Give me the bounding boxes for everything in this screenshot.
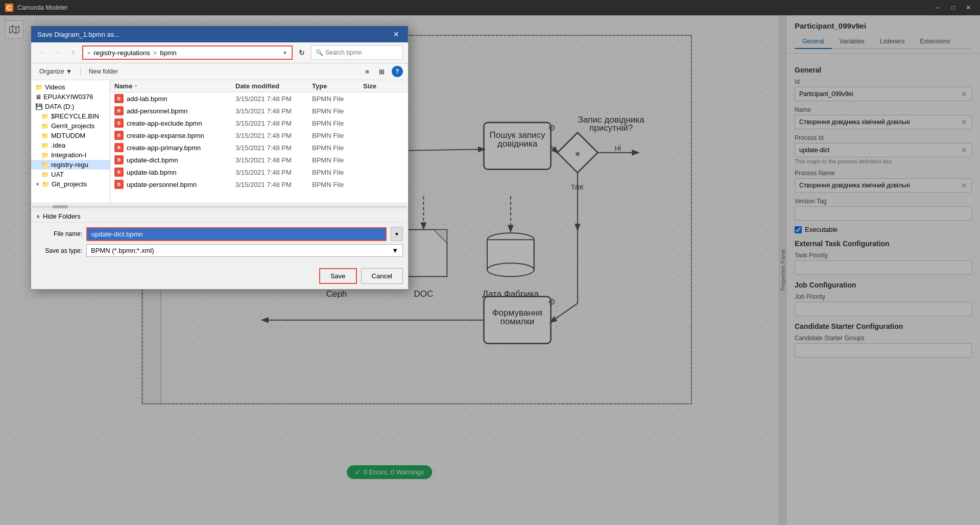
col-size-header[interactable]: Size — [363, 82, 404, 90]
list-view-button[interactable]: ≡ — [361, 65, 373, 78]
up-button[interactable]: ↑ — [67, 46, 79, 59]
mdtuddm-icon: 📁 — [41, 132, 49, 139]
col-name-header[interactable]: Name ^ — [114, 82, 235, 90]
file-name-1: add-personnel.bpmn — [127, 107, 235, 115]
tree-item-integration-label: Integration-I — [51, 151, 86, 159]
tree-item-idea-label: .idea — [51, 141, 65, 149]
address-path-box[interactable]: « registry-regulations > bpmn ▼ — [82, 45, 293, 60]
tree-item-mdtuddm[interactable]: 📁 MDTUDDM — [31, 131, 110, 140]
organize-button[interactable]: Organize ▼ — [36, 66, 75, 77]
new-folder-button[interactable]: New folder — [86, 66, 121, 77]
address-prefix: « — [87, 50, 90, 56]
file-row-0[interactable]: B add-lab.bpmn 3/15/2021 7:48 PM BPMN Fi… — [110, 92, 408, 105]
file-row-4[interactable]: B create-app-primary.bpmn 3/15/2021 7:48… — [110, 141, 408, 154]
file-date-3: 3/15/2021 7:48 PM — [235, 132, 312, 139]
file-name-3: create-app-expanse.bpmn — [127, 132, 235, 139]
grid-view-button[interactable]: ⊞ — [375, 65, 388, 78]
saveas-type-select[interactable]: BPMN (*.bpmn;*.xml) ▼ — [86, 244, 403, 257]
app-icon-text: C — [7, 4, 11, 12]
col-name-sort-icon: ^ — [134, 84, 137, 89]
tree-item-git-projects-label: Git_projects — [52, 180, 87, 188]
address-sep: > — [153, 49, 157, 57]
maximize-button[interactable]: □ — [946, 3, 960, 13]
search-input[interactable] — [325, 49, 402, 56]
forward-button[interactable]: → — [52, 46, 64, 59]
modal-action-row: Save Cancel — [31, 264, 408, 289]
cancel-button[interactable]: Cancel — [361, 268, 403, 284]
close-button[interactable]: ✕ — [962, 3, 975, 13]
tree-item-data-d[interactable]: 💾 DATA (D:) — [31, 102, 110, 111]
hide-folders-row[interactable]: ∧ Hide Folders — [31, 210, 408, 222]
file-name-2: create-app-exclude.bpmn — [127, 120, 235, 127]
tree-item-registry-regu[interactable]: 📁 registry-regu — [31, 160, 110, 170]
epuakyiw-icon: 🖥 — [35, 93, 41, 101]
tree-item-videos[interactable]: 📁 Videos — [31, 82, 110, 92]
filename-dropdown-button[interactable]: ▼ — [391, 227, 403, 241]
file-list-header: Name ^ Date modified Type Size — [110, 80, 408, 92]
git-projects-icon: 📁 — [42, 181, 50, 188]
file-name-6: update-lab.bpmn — [127, 169, 235, 176]
file-date-4: 3/15/2021 7:48 PM — [235, 144, 312, 152]
tree-item-epuakyiw[interactable]: 🖥 EPUAKYIW0376 — [31, 92, 110, 102]
tree-item-data-d-label: DATA (D:) — [45, 103, 74, 110]
address-bar: ← → ↑ « registry-regulations > bpmn ▼ ↻ … — [31, 42, 408, 63]
file-date-6: 3/15/2021 7:48 PM — [235, 169, 312, 176]
tree-item-recycle-label: $RECYCLE.BIN — [51, 112, 99, 120]
horizontal-scrollbar[interactable] — [31, 203, 408, 210]
tree-item-mdtuddm-label: MDTUDDM — [51, 132, 85, 139]
tree-item-gerrit[interactable]: 📁 Gerrit_projects — [31, 121, 110, 131]
hide-folders-arrow: ∧ — [36, 213, 40, 219]
file-name-5: update-dict.bpmn — [127, 156, 235, 164]
window-controls: – □ ✕ — [931, 3, 975, 13]
data-d-icon: 💾 — [35, 103, 43, 110]
idea-icon: 📁 — [41, 142, 49, 149]
file-type-0: BPMN File — [312, 95, 363, 103]
file-row-2[interactable]: B create-app-exclude.bpmn 3/15/2021 7:48… — [110, 117, 408, 129]
modal-titlebar: Save Diagram_1.bpmn as... ✕ — [31, 26, 408, 42]
file-type-2: BPMN File — [312, 120, 363, 127]
tree-item-integration[interactable]: 📁 Integration-I — [31, 150, 110, 160]
file-row-1[interactable]: B add-personnel.bpmn 3/15/2021 7:48 PM B… — [110, 105, 408, 117]
tree-item-epuakyiw-label: EPUAKYIW0376 — [43, 93, 93, 101]
refresh-button[interactable]: ↻ — [296, 46, 308, 59]
tree-item-recycle-bin[interactable]: 📁 $RECYCLE.BIN — [31, 111, 110, 121]
address-dropdown-icon[interactable]: ▼ — [282, 50, 288, 56]
back-button[interactable]: ← — [36, 46, 49, 59]
modal-close-button[interactable]: ✕ — [391, 29, 402, 40]
save-as-dialog: Save Diagram_1.bpmn as... ✕ ← → ↑ « regi… — [31, 26, 409, 290]
minimize-button[interactable]: – — [931, 3, 944, 13]
file-row-6[interactable]: B update-lab.bpmn 3/15/2021 7:48 PM BPMN… — [110, 166, 408, 178]
col-type-header[interactable]: Type — [312, 82, 363, 90]
modal-toolbar: Organize ▼ New folder ≡ ⊞ ? — [31, 63, 408, 80]
file-type-4: BPMN File — [312, 144, 363, 152]
app-icon: C — [5, 4, 13, 12]
view-icons: ≡ ⊞ — [361, 65, 388, 78]
filename-row: File name: ▼ — [36, 227, 403, 241]
file-row-7[interactable]: B update-personnel.bpmn 3/15/2021 7:48 P… — [110, 178, 408, 190]
modal-title: Save Diagram_1.bpmn as... — [37, 31, 119, 38]
file-icon-1: B — [114, 106, 124, 115]
tree-item-git-projects[interactable]: ▼ 📁 Git_projects — [31, 179, 110, 189]
file-row-5[interactable]: B update-dict.bpmn 3/15/2021 7:48 PM BPM… — [110, 154, 408, 166]
app-window: C Camunda Modeler – □ ✕ — [0, 0, 980, 525]
tree-item-uat[interactable]: 📁 UAT — [31, 170, 110, 179]
saveas-dropdown-icon: ▼ — [392, 247, 398, 254]
gerrit-icon: 📁 — [41, 123, 49, 130]
file-type-7: BPMN File — [312, 181, 363, 188]
file-date-1: 3/15/2021 7:48 PM — [235, 107, 312, 115]
hide-folders-label: Hide Folders — [43, 212, 81, 220]
filename-input[interactable] — [86, 227, 387, 241]
file-name-7: update-personnel.bpmn — [127, 181, 235, 188]
help-button[interactable]: ? — [392, 66, 403, 77]
git-projects-arrow: ▼ — [35, 182, 40, 187]
col-date-header[interactable]: Date modified — [235, 82, 312, 90]
file-type-3: BPMN File — [312, 132, 363, 139]
save-button[interactable]: Save — [319, 268, 357, 284]
title-bar: C Camunda Modeler – □ ✕ — [0, 0, 980, 15]
file-date-2: 3/15/2021 7:48 PM — [235, 120, 312, 127]
file-browser: 📁 Videos 🖥 EPUAKYIW0376 💾 DATA (D:) — [31, 80, 408, 203]
file-date-7: 3/15/2021 7:48 PM — [235, 181, 312, 188]
tree-item-idea[interactable]: 📁 .idea — [31, 140, 110, 150]
file-row-3[interactable]: B create-app-expanse.bpmn 3/15/2021 7:48… — [110, 129, 408, 141]
scrollbar-thumb[interactable] — [53, 205, 68, 208]
